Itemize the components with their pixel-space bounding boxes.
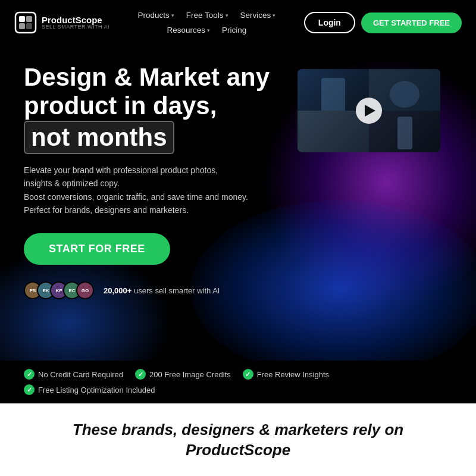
video-thumbnail[interactable] (298, 69, 440, 152)
play-icon (365, 105, 375, 117)
svg-rect-2 (26, 16, 32, 22)
badge-no-cc: ✓ No Credit Card Required (24, 369, 123, 380)
check-icon: ✓ (24, 369, 35, 380)
bottom-title: These brands, designers & marketers rely… (24, 420, 452, 461)
svg-rect-1 (19, 16, 25, 22)
hero-left: Design & Market any product in days, not… (24, 63, 280, 299)
badge-review-insights: ✓ Free Review Insights (243, 369, 329, 380)
badges-row: ✓ No Credit Card Required ✓ 200 Free Ima… (0, 361, 476, 403)
nav-row-1: Products ▾ Free Tools ▾ Services ▾ (133, 8, 281, 22)
check-icon: ✓ (24, 384, 35, 395)
nav-item-pricing[interactable]: Pricing (217, 23, 251, 37)
svg-rect-4 (26, 23, 32, 29)
hero-desc-line2: insights & optimized copy. (24, 178, 120, 188)
hero-desc-line4: Perfect for brands, designers and market… (24, 205, 189, 215)
start-for-free-button[interactable]: START FOR FREE (24, 233, 170, 265)
login-button[interactable]: Login (304, 12, 355, 33)
nav-actions: Login GET STARTED FREE (304, 12, 462, 33)
hero-title-highlight: not months (24, 121, 174, 154)
social-proof: PS EK KP EC GO 20,000+ users sell smarte… (24, 281, 280, 299)
nav-item-free-tools[interactable]: Free Tools ▾ (181, 8, 233, 22)
avatar: GO (76, 281, 94, 299)
social-count: 20,000+ (104, 286, 131, 295)
check-icon: ✓ (243, 369, 253, 380)
hero-section: Design & Market any product in days, not… (0, 45, 476, 361)
nav-item-services[interactable]: Services ▾ (236, 8, 281, 22)
nav-links: Products ▾ Free Tools ▾ Services ▾ Resou… (133, 8, 281, 37)
get-started-button[interactable]: GET STARTED FREE (361, 12, 462, 33)
logo-brand: ProductScope (42, 15, 109, 24)
social-proof-text: 20,000+ users sell smarter with AI (104, 286, 220, 295)
logo[interactable]: ProductScope SELL SMARTER WITH AI (14, 11, 109, 34)
navbar: ProductScope SELL SMARTER WITH AI Produc… (0, 0, 476, 45)
badge-label: 200 Free Image Credits (149, 370, 231, 379)
nav-row-2: Resources ▾ Pricing (162, 23, 252, 37)
hero-title-line2: product in days, (24, 92, 217, 120)
hero-right (298, 69, 440, 152)
badge-label: Free Listing Optimization Included (38, 386, 155, 394)
hero-title: Design & Market any product in days, not… (24, 63, 280, 154)
logo-icon (14, 11, 37, 34)
badge-label: No Credit Card Required (38, 370, 123, 379)
nav-item-products[interactable]: Products ▾ (133, 8, 179, 22)
bottom-section: These brands, designers & marketers rely… (0, 403, 476, 476)
chevron-down-icon: ▾ (226, 12, 228, 18)
badge-image-credits: ✓ 200 Free Image Credits (135, 369, 231, 380)
check-icon: ✓ (135, 369, 146, 380)
hero-title-line1: Design & Market any (24, 63, 270, 91)
play-button[interactable] (356, 98, 382, 124)
chevron-down-icon: ▾ (171, 12, 174, 18)
nav-item-resources[interactable]: Resources ▾ (162, 23, 215, 37)
chevron-down-icon: ▾ (273, 12, 275, 18)
logo-tagline: SELL SMARTER WITH AI (42, 24, 109, 30)
hero-content: Design & Market any product in days, not… (24, 63, 452, 299)
hero-desc-line1: Elevate your brand with professional pro… (24, 165, 218, 175)
logo-text: ProductScope SELL SMARTER WITH AI (42, 15, 109, 30)
social-label: users sell smarter with AI (134, 286, 220, 295)
chevron-down-icon: ▾ (207, 27, 210, 33)
badge-label: Free Review Insights (257, 370, 329, 379)
hero-desc-line3: Boost conversions, organic traffic, and … (24, 192, 248, 202)
hero-description: Elevate your brand with professional pro… (24, 164, 280, 217)
svg-rect-3 (19, 23, 25, 29)
avatar-group: PS EK KP EC GO (24, 281, 89, 299)
svg-rect-0 (15, 12, 36, 33)
badge-listing-opt: ✓ Free Listing Optimization Included (24, 384, 155, 395)
